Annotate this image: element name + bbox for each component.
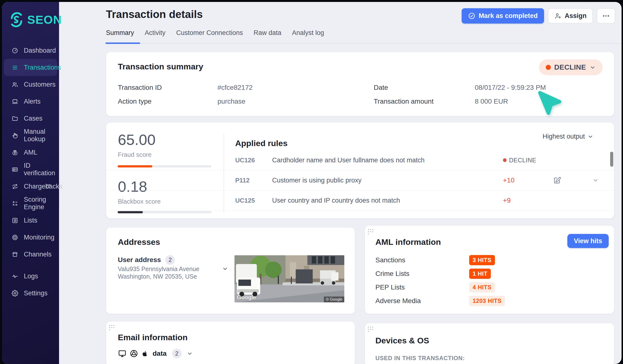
person-plus-icon xyxy=(554,12,562,20)
tab-summary[interactable]: Summary xyxy=(106,29,134,40)
rule-row-p112[interactable]: P112Customer is using public proxy+10 xyxy=(106,170,614,190)
drag-handle-icon[interactable] xyxy=(368,327,375,334)
user-address-label: User address xyxy=(118,256,161,264)
chevron-down-icon[interactable] xyxy=(222,265,228,272)
chevron-down-icon[interactable] xyxy=(592,177,599,184)
gauge-icon xyxy=(12,47,18,54)
aml-row-label: Sanctions xyxy=(375,256,469,264)
sidebar-item-transactions[interactable]: Transactions xyxy=(4,59,57,76)
sidebar-item-lists[interactable]: Lists xyxy=(4,212,57,229)
money-bag-icon xyxy=(12,149,18,156)
google-watermark: Google xyxy=(237,294,256,301)
page-title: Transaction details xyxy=(106,8,203,20)
drag-handle-icon[interactable] xyxy=(368,229,375,236)
sidebar-item-label: Logs xyxy=(24,273,38,280)
drag-handle-icon[interactable] xyxy=(109,325,116,332)
sidebar-item-label: Customers xyxy=(24,81,56,88)
sidebar-item-id-verification[interactable]: ID verification xyxy=(4,161,57,178)
rules-sort-dropdown[interactable]: Highest output xyxy=(543,133,594,140)
sidebar-item-scoring-engine[interactable]: Scoring Engine xyxy=(4,195,57,212)
devices-os-card: Devices & OS USED IN THIS TRANSACTION: xyxy=(365,323,614,364)
field-value: 08/017/22 - 9:59:23 PM xyxy=(475,84,546,91)
menu-icon xyxy=(12,64,18,71)
sidebar-item-aml[interactable]: AML xyxy=(4,144,57,161)
aml-row-label: Crime Lists xyxy=(375,270,469,278)
field-label: Date xyxy=(374,84,475,91)
blackbox-score-bar-fill xyxy=(118,211,143,213)
rule-id: UC126 xyxy=(235,157,255,164)
seon-logo[interactable]: SEON xyxy=(10,12,62,28)
rule-row-uc125[interactable]: UC125User country and IP country does no… xyxy=(106,190,614,211)
rule-output-score: +10 xyxy=(503,176,515,184)
aml-row-pep-lists: PEP Lists4 HITS xyxy=(375,281,604,294)
sidebar-item-settings[interactable]: Settings xyxy=(4,285,57,302)
summary-field-row: Action typepurchase xyxy=(118,94,253,108)
hits-badge[interactable]: 4 HITS xyxy=(469,282,495,292)
rules-sort-label: Highest output xyxy=(543,133,585,140)
aml-rows: Sanctions3 HITSCrime Lists1 HITPEP Lists… xyxy=(375,253,604,308)
sidebar-item-channels[interactable]: Channels xyxy=(4,246,57,263)
transaction-status-dropdown[interactable]: DECLINE xyxy=(539,60,602,75)
sidebar-item-dashboard[interactable]: Dashboard xyxy=(4,42,57,59)
hits-badge[interactable]: 1203 HITS xyxy=(469,296,505,306)
sidebar-item-chargebacks[interactable]: Chargebacks xyxy=(4,178,57,195)
hits-badge[interactable]: 1 HIT xyxy=(469,269,491,279)
sidebar-item-label: Manual Lookup xyxy=(24,128,57,143)
pulse-icon xyxy=(12,273,18,280)
tab-bar: SummaryActivityCustomer ConnectionsRaw d… xyxy=(106,29,324,40)
sidebar-item-customers[interactable]: Customers xyxy=(4,76,57,93)
sidebar-item-label: Scoring Engine xyxy=(24,196,57,211)
applied-rules-title: Applied rules xyxy=(235,139,288,148)
tab-raw-data[interactable]: Raw data xyxy=(254,29,281,40)
aml-information-card: AML information View hits Sanctions3 HIT… xyxy=(365,226,614,314)
sidebar-item-alerts[interactable]: Alerts xyxy=(4,93,57,110)
sidebar-nav: DashboardTransactionsCustomersAlertsCase… xyxy=(2,42,59,302)
sidebar-item-logs[interactable]: Logs xyxy=(4,268,57,285)
sidebar-item-label: ID verification xyxy=(24,162,57,177)
users-icon xyxy=(12,81,18,88)
aml-row-crime-lists: Crime Lists1 HIT xyxy=(375,267,604,281)
sidebar-item-monitoring[interactable]: Monitoring xyxy=(4,229,57,246)
sidebar-item-cases[interactable]: Cases xyxy=(4,110,57,127)
monitor-icon xyxy=(118,349,127,358)
email-devices-row[interactable]: data 2 xyxy=(118,349,193,358)
aml-row-label: Adverse Media xyxy=(375,297,469,305)
rule-row-uc126[interactable]: UC126Cardholder name and User fullname d… xyxy=(106,150,614,170)
sidebar-item-label: Lists xyxy=(24,217,37,224)
sidebar-item-label: Chargebacks xyxy=(24,183,63,190)
edit-icon[interactable] xyxy=(553,176,561,185)
check-circle-icon xyxy=(468,12,475,20)
seon-logo-text: SEON xyxy=(27,13,62,26)
more-options-button[interactable] xyxy=(597,8,615,23)
sidebar-item-label: Cases xyxy=(24,115,43,122)
tab-customer-connections[interactable]: Customer Connections xyxy=(176,29,243,40)
store-icon xyxy=(12,251,18,258)
chevron-down-icon xyxy=(587,133,594,140)
summary-fields-left: Transaction ID#cfce82172Action typepurch… xyxy=(118,81,253,108)
tab-activity[interactable]: Activity xyxy=(145,29,166,40)
sidebar-item-label: Settings xyxy=(24,289,48,297)
summary-field-row: Transaction amount8 000 EUR xyxy=(374,94,546,108)
tab-analyst-log[interactable]: Analyst log xyxy=(292,29,324,40)
field-value: 8 000 EUR xyxy=(475,98,508,105)
rule-output-decline: DECLINE xyxy=(503,157,536,164)
sidebar-item-manual-lookup[interactable]: Manual Lookup xyxy=(4,127,57,144)
aml-row-label: PEP Lists xyxy=(375,283,469,291)
mark-as-completed-button[interactable]: Mark as completed xyxy=(462,8,544,23)
external-link-icon xyxy=(45,183,51,189)
aml-row-adverse-media: Adverse Media1203 HITS xyxy=(375,294,604,308)
assign-button[interactable]: Assign xyxy=(548,8,593,23)
view-hits-button[interactable]: View hits xyxy=(567,234,609,248)
devices-title: Devices & OS xyxy=(375,336,429,345)
summary-field-row: Date08/017/22 - 9:59:23 PM xyxy=(374,81,546,94)
email-title: Email information xyxy=(118,333,188,342)
rules-scrollbar-thumb[interactable] xyxy=(610,152,613,167)
street-view-image[interactable]: Google © Google xyxy=(234,255,344,302)
tabs-divider xyxy=(106,43,622,44)
chevron-down-icon xyxy=(589,64,596,71)
rule-id: P112 xyxy=(235,177,249,184)
laptop-icon xyxy=(12,98,18,105)
hits-badge[interactable]: 3 HITS xyxy=(469,255,495,265)
field-value: #cfce82172 xyxy=(218,84,253,91)
ellipsis-icon xyxy=(603,15,604,17)
